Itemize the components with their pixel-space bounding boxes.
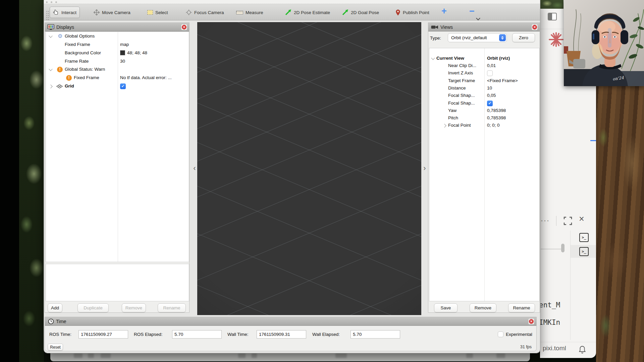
chevron-down-icon[interactable] xyxy=(49,34,52,38)
window-titlebar[interactable] xyxy=(44,0,540,4)
tree-value[interactable]: 0,785398 xyxy=(487,108,506,113)
displays-close-button[interactable]: ✕ xyxy=(181,24,187,30)
dropdown-stepper-icon xyxy=(499,34,506,41)
remove-view-button[interactable]: Remove xyxy=(470,303,496,312)
close-icon[interactable]: × xyxy=(579,214,584,224)
tree-value[interactable]: 0,05 xyxy=(487,93,496,98)
starburst-icon[interactable] xyxy=(548,32,564,48)
wall-elapsed-input[interactable] xyxy=(351,330,400,339)
tree-label[interactable]: Fixed Frame xyxy=(65,42,90,47)
tree-value[interactable]: 30 xyxy=(120,59,125,64)
tree-value[interactable]: map xyxy=(120,42,129,47)
ros-elapsed-input[interactable] xyxy=(172,330,222,339)
chevron-right-icon[interactable] xyxy=(442,124,446,127)
tree-label[interactable]: Current View xyxy=(436,56,464,61)
panel-collapse-right-handle[interactable]: › xyxy=(422,163,427,174)
tree-label[interactable]: Near Clip Di... xyxy=(448,63,476,68)
grid-enabled-checkbox[interactable]: ✓ xyxy=(120,83,126,89)
zero-button[interactable]: Zero xyxy=(512,33,535,42)
chevron-down-icon[interactable] xyxy=(476,16,480,20)
time-panel-titlebar[interactable]: Time ✕ xyxy=(45,317,536,326)
tree-label[interactable]: Frame Rate xyxy=(65,59,89,64)
reset-button[interactable]: Reset xyxy=(48,344,63,351)
tree-value[interactable]: Orbit (rviz) xyxy=(487,56,510,61)
bell-icon[interactable] xyxy=(578,345,586,354)
rename-view-button[interactable]: Rename xyxy=(508,303,535,312)
tree-value[interactable]: 10 xyxy=(487,85,492,90)
tool-measure[interactable]: Measure xyxy=(233,7,266,18)
view-type-dropdown[interactable]: Orbit (rviz_default xyxy=(448,33,507,42)
tree-label[interactable]: Grid xyxy=(65,83,74,88)
tree-label[interactable]: Global Status: Warn xyxy=(65,67,105,72)
tree-label[interactable]: Target Frame xyxy=(448,78,475,83)
tree-label[interactable]: Focal Point xyxy=(448,123,471,128)
view-row-current-view: Current View Orbit (rviz) xyxy=(429,55,540,63)
tree-value[interactable]: 0,01 xyxy=(487,63,496,68)
tree-value[interactable]: 0,785398 xyxy=(487,115,506,120)
ros-time-input[interactable] xyxy=(78,330,128,339)
chevron-down-icon[interactable] xyxy=(431,56,435,60)
split-view-icon[interactable] xyxy=(548,13,557,20)
duplicate-display-button[interactable]: Duplicate xyxy=(77,303,109,312)
remove-tool-button[interactable]: − xyxy=(469,6,475,16)
wall-time-input[interactable] xyxy=(257,330,306,339)
scrollbar-thumb[interactable] xyxy=(561,244,565,252)
chevron-right-icon[interactable] xyxy=(49,84,52,88)
time-close-button[interactable]: ✕ xyxy=(528,318,534,324)
3d-viewport[interactable] xyxy=(197,22,421,315)
tool-focus-camera[interactable]: Focus Camera xyxy=(183,7,227,18)
blurred-icon xyxy=(88,353,94,358)
add-tool-button[interactable]: + xyxy=(441,6,447,16)
toolbar-drag-handle[interactable] xyxy=(46,10,49,21)
tool-toolbar: Interact Move Camera Select xyxy=(44,4,540,20)
camera-icon xyxy=(431,25,438,29)
tree-value[interactable]: 48; 48; 48 xyxy=(120,50,147,55)
blue-divider-handle[interactable] xyxy=(590,140,596,141)
chevron-down-icon[interactable] xyxy=(49,67,52,71)
tree-value[interactable]: <Fixed Frame> xyxy=(487,78,518,83)
tool-select[interactable]: Select xyxy=(144,7,171,18)
tool-2d-pose-estimate[interactable]: 2D Pose Estimate xyxy=(282,7,333,18)
tool-label: Focus Camera xyxy=(194,10,224,15)
tree-label[interactable]: Focal Shap... xyxy=(448,101,475,106)
tree-label[interactable]: Focal Shap... xyxy=(448,93,475,98)
panel-collapse-left-handle[interactable]: ‹ xyxy=(192,163,197,174)
add-display-button[interactable]: Add xyxy=(48,303,62,312)
maximize-icon[interactable] xyxy=(564,217,572,225)
rename-display-button[interactable]: Rename xyxy=(158,303,186,312)
save-view-button[interactable]: Save xyxy=(434,303,458,312)
experimental-checkbox[interactable] xyxy=(498,331,503,337)
terminal-icon[interactable]: >_ xyxy=(579,233,589,242)
displays-panel-titlebar[interactable]: Displays ✕ xyxy=(45,23,189,32)
terminal-icon[interactable]: >_ xyxy=(579,247,589,256)
invert-z-checkbox[interactable] xyxy=(487,70,493,76)
blurred-icon xyxy=(101,353,111,358)
tree-label[interactable]: Distance xyxy=(448,85,466,90)
tree-label[interactable]: Background Color xyxy=(65,50,101,55)
view-row-pitch: Pitch 0,785398 xyxy=(429,114,540,122)
blurred-icon xyxy=(496,353,505,358)
tree-label[interactable]: Pitch xyxy=(448,115,458,120)
status-bar-filename[interactable]: pixi.toml xyxy=(543,345,566,352)
view-row-near-clip: Near Clip Di... 0,01 xyxy=(429,62,540,70)
tree-label[interactable]: Global Options xyxy=(65,34,95,39)
tree-value[interactable]: 0; 0; 0 xyxy=(487,123,500,128)
tree-label[interactable]: Yaw xyxy=(448,108,457,113)
tool-2d-goal-pose[interactable]: 2D Goal Pose xyxy=(339,7,382,18)
tree-label[interactable]: Invert Z Axis xyxy=(448,70,473,75)
focal-shape-checkbox[interactable]: ✓ xyxy=(487,101,493,106)
view-type-value: Orbit (rviz_default xyxy=(451,35,487,40)
divider xyxy=(540,342,596,342)
more-actions-icon[interactable]: ··· xyxy=(541,216,550,224)
wallpaper-forest xyxy=(19,0,44,362)
tree-label[interactable]: Fixed Frame xyxy=(74,75,99,80)
tool-interact[interactable]: Interact xyxy=(50,7,80,18)
tree-value[interactable]: No tf data. Actual error: ... xyxy=(120,75,172,80)
desktop: ··· × >_ >_ ent_M IMKIn pixi.toml xyxy=(0,0,644,362)
views-panel-titlebar[interactable]: Views ✕ xyxy=(428,23,540,32)
tool-move-camera[interactable]: Move Camera xyxy=(91,7,133,18)
green-arrow-icon xyxy=(342,9,348,16)
views-close-button[interactable]: ✕ xyxy=(532,24,538,30)
tool-publish-point[interactable]: Publish Point xyxy=(392,7,432,18)
remove-display-button[interactable]: Remove xyxy=(122,303,146,312)
